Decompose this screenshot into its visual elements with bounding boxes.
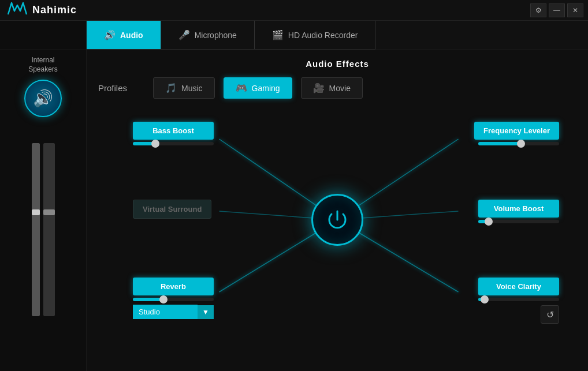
profile-movie-button[interactable]: 🎥 Movie (301, 77, 363, 99)
volume-thumb-1[interactable] (32, 209, 40, 215)
profile-movie-label: Movie (329, 84, 351, 93)
profile-music-label: Music (181, 84, 203, 93)
volume-track-2 (43, 143, 55, 316)
volume-thumb-2[interactable] (43, 209, 55, 215)
section-title: Audio Effects (98, 59, 576, 69)
audio-tab-icon: 🔊 (104, 29, 116, 40)
settings-button[interactable]: ⚙ (530, 3, 546, 17)
tab-recorder-label: HD Audio Recorder (288, 31, 358, 40)
tab-microphone[interactable]: 🎤 Microphone (161, 21, 255, 49)
reverb-thumb[interactable] (159, 295, 168, 303)
tab-audio-recorder[interactable]: 🎬 HD Audio Recorder (255, 21, 376, 49)
sidebar: InternalSpeakers 🔊 (0, 50, 87, 371)
device-icon[interactable]: 🔊 (24, 80, 62, 117)
voice-clarity-thumb[interactable] (481, 295, 489, 303)
reverb-button[interactable]: Reverb (133, 278, 214, 295)
device-label: InternalSpeakers (28, 56, 58, 74)
movie-profile-icon: 🎥 (313, 83, 325, 93)
frequency-leveler-slider[interactable] (478, 142, 559, 145)
bass-boost-thumb[interactable] (151, 140, 159, 148)
volume-boost-slider[interactable] (478, 220, 559, 223)
voice-clarity-slider[interactable] (478, 298, 559, 301)
reverb-group: Reverb Studio Hall Room Arena Outdoor ▼ (133, 278, 214, 319)
gaming-profile-icon: 🎮 (236, 83, 247, 93)
volume-sliders (32, 132, 55, 316)
minimize-button[interactable]: — (549, 3, 565, 17)
profiles-label: Profiles (98, 83, 144, 93)
bass-boost-slider[interactable] (133, 142, 214, 145)
titlebar: Nahimic ⚙ — ✕ (0, 0, 588, 21)
logo-icon (7, 1, 28, 20)
frequency-leveler-thumb[interactable] (517, 140, 525, 148)
bass-boost-group: Bass Boost (133, 122, 214, 145)
volume-boost-thumb[interactable] (485, 218, 493, 226)
bass-boost-button[interactable]: Bass Boost (133, 122, 214, 140)
volume-boost-button[interactable]: Volume Boost (478, 200, 559, 218)
tab-audio-label: Audio (120, 31, 143, 40)
virtual-surround-group: Virtual Surround (133, 200, 211, 219)
app-name: Nahimic (32, 4, 77, 16)
reset-button[interactable]: ↺ (541, 305, 559, 324)
window-controls: ⚙ — ✕ (530, 3, 583, 17)
close-button[interactable]: ✕ (567, 3, 583, 17)
profile-music-button[interactable]: 🎵 Music (153, 77, 215, 99)
profiles-row: Profiles 🎵 Music 🎮 Gaming 🎥 Movie (98, 77, 576, 99)
reverb-slider[interactable] (133, 298, 214, 301)
reverb-dropdown: Studio Hall Room Arena Outdoor ▼ (133, 305, 214, 319)
frequency-leveler-button[interactable]: Frequency Leveler (474, 122, 559, 140)
app-logo: Nahimic (7, 1, 77, 20)
effects-area: Bass Boost Virtual Surround Reverb (98, 110, 576, 329)
tab-microphone-label: Microphone (195, 31, 237, 40)
volume-boost-group: Volume Boost (478, 200, 559, 223)
profile-gaming-button[interactable]: 🎮 Gaming (224, 77, 292, 99)
music-profile-icon: 🎵 (165, 83, 177, 93)
voice-clarity-group: Voice Clarity (478, 278, 559, 301)
frequency-leveler-group: Frequency Leveler (474, 122, 559, 145)
content-area: Audio Effects Profiles 🎵 Music 🎮 Gaming … (87, 50, 588, 371)
microphone-tab-icon: 🎤 (178, 29, 190, 40)
virtual-surround-button[interactable]: Virtual Surround (133, 200, 211, 219)
reverb-preset-select[interactable]: Studio Hall Room Arena Outdoor (133, 305, 198, 319)
voice-clarity-button[interactable]: Voice Clarity (478, 278, 559, 295)
profile-gaming-label: Gaming (252, 84, 280, 93)
main-area: InternalSpeakers 🔊 Audio Effects Profile… (0, 50, 588, 371)
tab-audio[interactable]: 🔊 Audio (87, 21, 161, 49)
nav-tabs: 🔊 Audio 🎤 Microphone 🎬 HD Audio Recorder (87, 21, 375, 50)
volume-track-1 (32, 143, 40, 316)
recorder-tab-icon: 🎬 (272, 29, 284, 40)
reverb-dropdown-arrow[interactable]: ▼ (198, 305, 214, 319)
power-button[interactable] (311, 194, 363, 246)
